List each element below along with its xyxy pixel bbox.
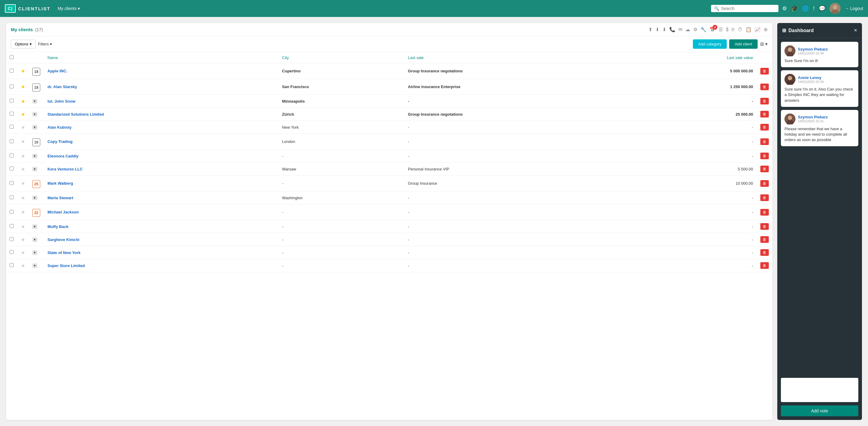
row-checkbox[interactable]	[10, 125, 13, 129]
row-checkbox[interactable]	[10, 224, 13, 228]
star-icon[interactable]: ★	[21, 68, 25, 74]
download-icon[interactable]: ⬇	[655, 27, 659, 32]
star-icon[interactable]: ★	[21, 250, 25, 255]
row-checkbox[interactable]	[10, 237, 13, 241]
calendar-icon[interactable]: 22	[32, 209, 40, 217]
globe-icon[interactable]: 🌐	[802, 5, 809, 12]
search-input[interactable]	[721, 6, 775, 11]
delete-button[interactable]: 🗑	[760, 249, 769, 256]
star-icon[interactable]: ★	[21, 209, 25, 215]
star-icon[interactable]: ★	[21, 181, 25, 186]
tag-button[interactable]: ▾	[32, 250, 37, 255]
star-icon[interactable]: ★	[21, 224, 25, 229]
delete-button[interactable]: 🗑	[760, 68, 769, 75]
star-icon[interactable]: ★	[21, 237, 25, 242]
delete-button[interactable]: 🗑	[760, 98, 769, 105]
graduation-icon[interactable]: 🎓	[791, 5, 798, 12]
note-textarea[interactable]	[781, 378, 858, 402]
delete-button[interactable]: 🗑	[760, 152, 769, 159]
row-checkbox[interactable]	[10, 84, 13, 88]
delete-button[interactable]: 🗑	[760, 111, 769, 117]
row-checkbox[interactable]	[10, 139, 13, 143]
add-category-button[interactable]: Add category	[693, 39, 727, 49]
star-icon[interactable]: ★	[21, 99, 25, 104]
star-icon[interactable]: ★	[21, 263, 25, 268]
grid-view-button[interactable]: ⊞ ▾	[760, 41, 768, 47]
tag-button[interactable]: ▾	[32, 167, 37, 171]
delete-button[interactable]: 🗑	[760, 124, 769, 131]
cloud-icon[interactable]: ☁	[685, 27, 690, 32]
dollar-icon[interactable]: $	[726, 27, 728, 32]
client-name[interactable]: Copy Trading	[44, 134, 279, 149]
row-checkbox[interactable]	[10, 250, 13, 254]
dashboard-close-button[interactable]: ×	[854, 27, 857, 34]
logout-button[interactable]: → Logout	[845, 6, 863, 11]
client-name[interactable]: Muffy Back	[44, 220, 279, 233]
star-icon[interactable]: ★	[21, 195, 25, 200]
options-button[interactable]: Options ▾	[11, 40, 36, 49]
delete-button[interactable]: 🗑	[760, 236, 769, 243]
add-note-button[interactable]: Add note	[781, 405, 858, 416]
tag-button[interactable]: ▾	[32, 99, 37, 104]
tag-button[interactable]: ▾	[32, 196, 37, 200]
star-icon[interactable]: ★	[21, 153, 25, 159]
tag-button[interactable]: ▾	[32, 237, 37, 242]
delete-button[interactable]: 🗑	[760, 166, 769, 172]
calendar-icon[interactable]: 18	[32, 84, 40, 91]
client-name[interactable]: State of New York	[44, 246, 279, 259]
chat-icon[interactable]: 💬	[819, 5, 825, 12]
row-checkbox[interactable]	[10, 210, 13, 214]
client-name[interactable]: Eleonora Caddly	[44, 149, 279, 163]
plus-circle-icon[interactable]: ⊕	[764, 27, 768, 32]
client-name[interactable]: Michael Jackson	[44, 204, 279, 220]
delete-button[interactable]: 🗑	[760, 180, 769, 187]
upload-icon[interactable]: ⬆	[648, 27, 652, 32]
star-icon[interactable]: ★	[21, 167, 25, 172]
tag-button[interactable]: ▾	[32, 263, 37, 268]
select-all-checkbox[interactable]	[10, 55, 13, 59]
add-client-button[interactable]: Add client	[729, 39, 757, 49]
client-name[interactable]: Mark Walberg	[44, 176, 279, 191]
client-name[interactable]: Super Store Limited	[44, 259, 279, 272]
star-icon[interactable]: ★	[21, 125, 25, 130]
delete-button[interactable]: 🗑	[760, 223, 769, 230]
client-name[interactable]: Kera Ventures LLC	[44, 163, 279, 176]
filters-button[interactable]: Filters ▾	[38, 42, 52, 46]
my-clients-button[interactable]: My clients ▾	[58, 6, 80, 11]
email-icon[interactable]: ✉	[678, 27, 682, 32]
gear-icon[interactable]: ⚙	[693, 27, 698, 32]
row-checkbox[interactable]	[10, 99, 13, 103]
delete-button[interactable]: 🗑	[760, 84, 769, 90]
client-name[interactable]: Standarized Solutions Limited	[44, 108, 279, 121]
client-name[interactable]: Marta Stewart	[44, 191, 279, 204]
calendar-icon[interactable]: 18	[32, 68, 40, 76]
avatar[interactable]	[830, 3, 840, 14]
tag-button[interactable]: ▾	[32, 125, 37, 130]
tag-button[interactable]: ▾	[32, 154, 37, 158]
row-checkbox[interactable]	[10, 263, 13, 267]
delete-button[interactable]: 🗑	[760, 194, 769, 201]
calendar-icon[interactable]: 25	[32, 180, 40, 188]
row-checkbox[interactable]	[10, 153, 13, 158]
phone-icon[interactable]: 📞	[669, 27, 675, 32]
row-checkbox[interactable]	[10, 181, 13, 185]
alert-icon[interactable]: !	[813, 5, 814, 12]
row-checkbox[interactable]	[10, 167, 13, 170]
tag-button[interactable]: ▾	[32, 224, 37, 229]
tag-button[interactable]: ▾	[32, 112, 37, 117]
tool-icon[interactable]: 🔧	[701, 27, 707, 32]
client-name[interactable]: lut. John Snow	[44, 95, 279, 108]
calendar-icon[interactable]: 16	[32, 138, 40, 146]
export-icon[interactable]: ⬇	[662, 27, 666, 32]
delete-button[interactable]: 🗑	[760, 262, 769, 269]
chart-icon[interactable]: 📈	[754, 27, 761, 32]
star-icon[interactable]: ★	[21, 139, 25, 144]
row-checkbox[interactable]	[10, 195, 13, 199]
delete-button[interactable]: 🗑	[760, 138, 769, 145]
delete-button[interactable]: 🗑	[760, 209, 769, 216]
row-checkbox[interactable]	[10, 112, 13, 116]
calendar-badge-icon[interactable]: 📅 2	[710, 27, 716, 32]
note-icon[interactable]: 📋	[745, 27, 751, 32]
row-checkbox[interactable]	[10, 69, 13, 73]
clock-icon[interactable]: ⏱	[738, 27, 743, 32]
